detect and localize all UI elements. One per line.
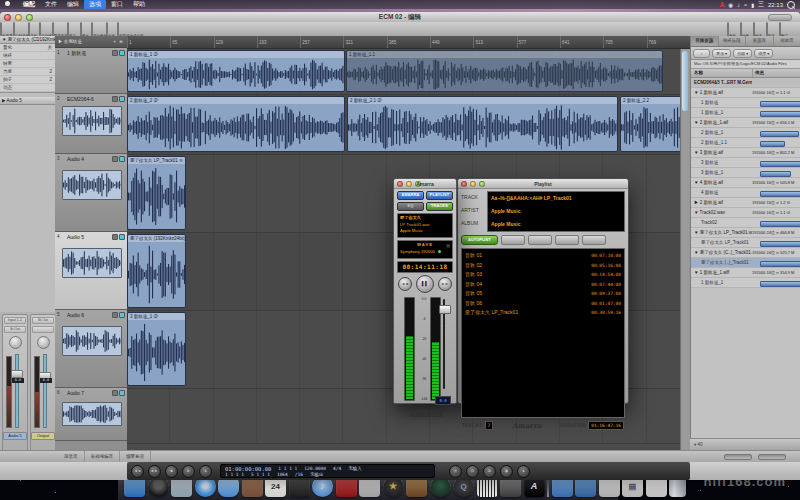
- track-parameters-header[interactable]: ▶ Audio 5: [0, 97, 55, 105]
- playlist-row[interactable]: 爱了你太久 LP_Track01 00:30:59:16: [462, 308, 624, 318]
- bin-row[interactable]: 2 新轨道_1: [691, 128, 800, 138]
- menu-item[interactable]: 窗口: [106, 0, 128, 9]
- region-bar[interactable]: [760, 221, 800, 227]
- track-header[interactable]: 1 1 新轨道: [55, 48, 127, 94]
- bin-tab[interactable]: 音频资源: [691, 36, 719, 46]
- apple-menu-icon[interactable]: [5, 1, 12, 8]
- io-slot[interactable]: St Out: [32, 317, 54, 324]
- next-button[interactable]: ►►: [438, 277, 452, 291]
- transport-button[interactable]: ■: [165, 465, 178, 478]
- mute-button[interactable]: [112, 96, 118, 102]
- spotlight-icon[interactable]: [787, 1, 795, 9]
- output-slot[interactable]: St Out: [4, 326, 26, 333]
- mute-button[interactable]: [112, 312, 118, 318]
- region-parameters-header[interactable]: ▼ 爱了你太久 (CD192Kmkz24bit): [0, 36, 55, 44]
- global-tracks-header[interactable]: ▶ 全局轨道 + ≣: [55, 36, 127, 48]
- mute-button[interactable]: [112, 390, 118, 396]
- input-button[interactable]: [119, 96, 125, 102]
- input-button[interactable]: [119, 156, 125, 162]
- region-bar[interactable]: [760, 261, 800, 267]
- playlist-button-1[interactable]: [501, 235, 525, 245]
- column-name[interactable]: 名称: [691, 69, 753, 77]
- bin-tab[interactable]: 浏览器: [774, 36, 800, 46]
- transport-mode-button[interactable]: ≡: [449, 465, 462, 478]
- playlist-row[interactable]: 音轨 04 00:07:44:00: [462, 280, 624, 290]
- region-parameter-row[interactable]: 量化 关: [0, 44, 55, 52]
- bin-row[interactable]: ▼ 1 新轨道.aif 192000 16位 ∞ 1.1 G: [691, 88, 800, 98]
- autoplist-button[interactable]: AUTOPLIST: [461, 235, 498, 245]
- bin-row[interactable]: ECM2064&5 T...ERT M.Germany: [691, 78, 800, 88]
- pause-button[interactable]: ▌▌: [416, 275, 434, 293]
- bin-row[interactable]: ▼ 2 新轨道_1.aif 192000 16位 ∞ 656.1 M: [691, 118, 800, 128]
- bin-row[interactable]: 3 新轨道_1: [691, 168, 800, 178]
- global-tracks-icons[interactable]: + ≣: [113, 36, 124, 47]
- transport-button[interactable]: ●: [199, 465, 212, 478]
- menu-item[interactable]: 编配: [18, 0, 40, 9]
- audio-region[interactable]: 2 新轨道_2.1 ②: [347, 96, 618, 152]
- region-bar[interactable]: [760, 131, 799, 137]
- bin-row[interactable]: 3 新轨道: [691, 158, 800, 168]
- bin-row[interactable]: ▼ 爱了你太久 LP_Track01.wav 192000 24位 ∞ 466.…: [691, 228, 800, 238]
- region-bar[interactable]: [760, 171, 791, 177]
- bin-row[interactable]: ▼ 1 新轨道_1.aiff 192000 16位 ∞ 354.9 M: [691, 268, 800, 278]
- menu-item[interactable]: 选项: [84, 0, 106, 9]
- playlist-button-2[interactable]: [528, 235, 552, 245]
- eq-button[interactable]: EQ: [397, 202, 424, 211]
- bin-dropdown[interactable]: 排序 ▾: [754, 49, 773, 58]
- playlist-button-3[interactable]: [555, 235, 579, 245]
- bar-ruler[interactable]: 165129193257321385449513577641705769: [127, 36, 690, 49]
- region-parameter-row[interactable]: 力度 2: [0, 68, 55, 76]
- track-header[interactable]: 2 ECM2064-6: [55, 94, 127, 154]
- io-slot[interactable]: Input 1-2: [4, 317, 26, 324]
- bin-dropdown[interactable]: 分组 ▾: [733, 49, 752, 58]
- track-header[interactable]: 6 Audio 7: [55, 388, 127, 441]
- bin-tab[interactable]: 资源库: [746, 36, 774, 46]
- strip-label[interactable]: Audio 5: [3, 432, 27, 440]
- audio-region[interactable]: 爱了你太久 (192Kmkz24bit)_Track01 ②: [127, 234, 186, 308]
- transport-mode-button[interactable]: ●: [517, 465, 530, 478]
- transport-button[interactable]: ►: [182, 465, 195, 478]
- bin-row[interactable]: ▶ 2 新轨道.aif 192000 16位 ∞ 1.2 G: [691, 198, 800, 208]
- zoom-sliders[interactable]: [724, 454, 786, 460]
- playlist-row[interactable]: 音轨 06 00:01:07:00: [462, 299, 624, 309]
- bin-row[interactable]: 4 新轨道: [691, 188, 800, 198]
- input-button[interactable]: [119, 390, 125, 396]
- arrange-row[interactable]: 2 新轨道_2 ② 2 新轨道_2.1 ② 2 新轨道_2.2: [127, 95, 690, 155]
- amarra-menu-extra[interactable]: A: [720, 1, 725, 8]
- audio-region[interactable]: 2 新轨道_2 ②: [127, 96, 345, 152]
- input-button[interactable]: [119, 234, 125, 240]
- column-info[interactable]: 信息: [753, 69, 800, 77]
- playlist-row[interactable]: 音轨 05 00:09:37:00: [462, 289, 624, 299]
- playlist-row[interactable]: 音轨 02 00:05:16:00: [462, 261, 624, 271]
- output-slot[interactable]: [32, 326, 54, 333]
- mute-button[interactable]: [112, 50, 118, 56]
- amarra-title-bar[interactable]: Amarra: [394, 179, 456, 189]
- bin-row[interactable]: 2 新轨道_1.1: [691, 138, 800, 148]
- status-icon[interactable]: ◉: [728, 2, 733, 8]
- bin-tab[interactable]: 循环乐段: [719, 36, 747, 46]
- menu-item[interactable]: 文件: [40, 0, 62, 9]
- transport-button[interactable]: ►►: [148, 465, 161, 478]
- input-button[interactable]: [119, 50, 125, 56]
- track-header[interactable]: 5 Audio 6: [55, 310, 127, 388]
- bin-row[interactable]: 1 新轨道: [691, 98, 800, 108]
- status-icon[interactable]: ♪: [737, 2, 740, 8]
- status-icon[interactable]: ▮: [751, 2, 754, 8]
- menu-item[interactable]: 帮助: [128, 0, 150, 9]
- transport-button[interactable]: ◄◄: [131, 465, 144, 478]
- mute-button[interactable]: [112, 156, 118, 162]
- transport-mode-button[interactable]: ⊚: [483, 465, 496, 478]
- mute-button[interactable]: [112, 234, 118, 240]
- track-header-selected[interactable]: 4 Audio 5: [55, 232, 127, 310]
- playlist-title-bar[interactable]: Playlist: [458, 179, 628, 189]
- bin-row[interactable]: ▼ 4 新轨道.aif 192000 16位 ∞ 505.8 M: [691, 178, 800, 188]
- audio-region[interactable]: 1 新轨道_1.1: [346, 50, 663, 92]
- volume-slider[interactable]: [438, 297, 450, 391]
- input-button[interactable]: [119, 312, 125, 318]
- playlist-row[interactable]: 音轨 01 00:07:10:00: [462, 251, 624, 261]
- pan-knob[interactable]: [37, 336, 50, 349]
- region-parameter-row[interactable]: 转置: [0, 60, 55, 68]
- audition-button[interactable]: ♪: [693, 49, 710, 58]
- status-icon[interactable]: ≈: [744, 2, 747, 8]
- region-bar[interactable]: [760, 111, 800, 117]
